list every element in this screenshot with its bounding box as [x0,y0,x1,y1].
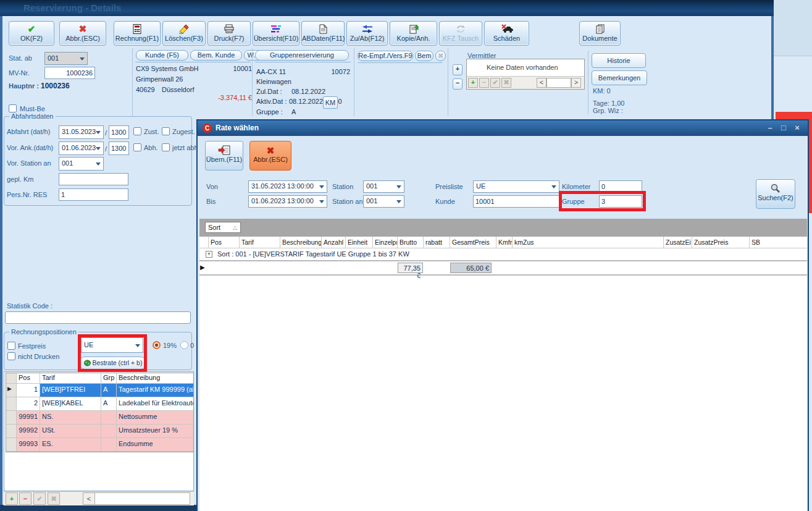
col-header-beschreibung[interactable]: Beschreibung [280,237,322,248]
rate-waehlen-dialog: C Rate wählen – □ × Übern.(F11) ✖ Abbr.(… [196,119,809,511]
dokumente-button[interactable]: Dokumente [579,21,621,46]
stat-ab-combo[interactable]: 001 [44,52,88,65]
vermittler-next-button[interactable]: > [571,78,581,88]
col-header-rabatt[interactable]: rabatt [424,237,450,248]
col-header-gesamtpreis[interactable]: GesamtPreis [450,237,496,248]
uebersicht-button[interactable]: Übersicht(F10) [253,21,299,46]
table-row[interactable]: ▶ 1 [WEB]PTFREI A Tagestarif KM 999999 (… [6,384,193,397]
col-header-kmfrei[interactable]: Kmfrei [496,237,513,248]
mwst-19-radio[interactable] [153,341,161,349]
col-header-grp[interactable]: Grp [101,373,117,383]
bis-date-combo[interactable]: 01.06.2023 13:00:00 [248,195,327,208]
vor-station-an-combo[interactable]: 001 [59,157,104,171]
rechnung-button[interactable]: Rechnung(F1) [114,21,161,46]
zuab-button[interactable]: Zu/Ab(F12) [346,21,388,46]
von-date-combo[interactable]: 31.05.2023 13:00:00 [248,180,327,193]
vor-station-an-label: Vor. Station an [7,159,51,167]
col-header-brutto[interactable]: Brutto [398,237,424,248]
col-header-einheit[interactable]: Einheit [346,237,373,248]
close-button[interactable]: × [792,122,803,133]
main-window-title: Reservierung - Details [23,2,121,13]
vermittler-prev-button[interactable]: < [537,78,546,88]
kunde-button[interactable]: Kunde (F5) [136,50,188,61]
minimize-button[interactable]: – [764,122,776,133]
chevron-down-icon [396,200,401,203]
bemerkungen-button[interactable]: Bemerkungen [592,70,647,85]
kopie-button[interactable]: Kopie/Anh. [390,21,437,46]
vermittler-nav-cancel-button: ✖ [501,78,511,88]
col-header-pos[interactable]: Pos [17,373,40,383]
km-button[interactable]: KM [323,96,338,109]
preisliste-combo[interactable]: UE [473,180,559,193]
loeschen-button[interactable]: Löschen(F3) [162,21,206,46]
abbrechen-button[interactable]: ✖ Abbr.(ESC) [59,21,106,46]
col-header-pos[interactable]: Pos [209,237,240,248]
uebernehmen-button[interactable]: Übern.(F11) [205,141,243,171]
bem-kunde-button[interactable]: Bem. Kunde [190,50,242,61]
invoice-add-button[interactable]: + [6,492,18,505]
mwst-0-radio[interactable] [180,341,188,349]
station-an-combo[interactable]: 001 [363,195,404,208]
expand-icon[interactable]: + [206,251,212,258]
zust-checkbox[interactable] [133,127,141,135]
vermittler-add-button[interactable]: + [453,64,463,75]
col-header-anzahl[interactable]: Anzahl [322,237,346,248]
col-header-beschreibung[interactable]: Beschreibung [117,373,193,383]
gepl-km-input[interactable] [59,173,128,185]
vermittler-remove-button[interactable]: − [453,78,463,90]
reempf-button[interactable]: Re-Empf./Vers.F9 [358,51,413,61]
vor-ank-time-input[interactable] [109,141,129,155]
rate-data-row[interactable]: ▶ 77,35 € 65,00 € [199,261,807,274]
col-header-tarif[interactable]: Tarif [240,237,280,248]
vor-ank-date-combo[interactable]: 01.06.2023 [59,141,104,155]
col-header-einzelpreis[interactable]: Einzelpreis [373,237,398,248]
main-window-titlebar[interactable]: Reservierung - Details [0,0,774,16]
abdaten-button[interactable]: ABDaten(F11) [301,21,345,46]
kunde-input[interactable] [473,195,559,208]
sort-group-chip[interactable]: Sort △ [205,222,241,233]
suchen-button[interactable]: Suchen(F2) [756,179,795,209]
druck-button[interactable]: Druck(F7) [207,21,251,46]
invoice-delete-button[interactable]: − [19,492,31,505]
station-combo[interactable]: 001 [363,180,404,193]
table-row[interactable]: 2 [WEB]KABEL A Ladekabel für Elektroauto [6,397,193,411]
statistik-code-input[interactable] [5,311,191,324]
pers-nr-res-label: Pers.Nr. RES [7,191,47,198]
historie-button[interactable]: Historie [592,53,646,68]
invoice-scrollbar[interactable] [83,492,190,505]
col-header-tarif[interactable]: Tarif [40,373,101,383]
col-header-sb[interactable]: SB [750,237,807,248]
abfahrt-date-combo[interactable]: 31.05.2023 [59,125,104,139]
table-row[interactable]: 99993 ES. Endsumme [6,438,193,452]
festpreis-checkbox[interactable] [7,342,15,350]
pers-nr-res-input[interactable] [59,188,128,201]
abfahrt-time-input[interactable] [109,125,129,139]
jetzt-abh-checkbox[interactable] [162,143,170,151]
table-row[interactable]: 99991 NS. Nettosumme [6,411,193,424]
abh-checkbox[interactable] [133,143,141,151]
must-be-checkbox[interactable] [9,104,17,112]
nicht-drucken-checkbox[interactable] [7,352,15,360]
dialog-abbrechen-button[interactable]: ✖ Abbr.(ESC) [249,141,291,171]
zugest-checkbox[interactable] [162,127,170,135]
col-header-zusatzpreis[interactable]: ZusatzPreis [692,237,750,248]
group-row[interactable]: + Sort : 001 - [UE]VERSTARIF Tagestarif … [199,248,807,260]
schaeden-button[interactable]: Schäden [484,21,529,46]
invoice-scroll-prev-button[interactable]: < [83,492,95,505]
bem-button[interactable]: Bem [415,51,433,61]
gruppenreservierung-button[interactable]: Gruppenreservierung [255,50,349,61]
col-header-zusatzei[interactable]: ZusatzEi [664,237,692,248]
station-an-label: Station an [332,198,363,205]
vermittler-nav-insert-button[interactable]: + [468,78,478,88]
col-header-kmzus[interactable]: kmZus [513,237,664,248]
vermittler-scroll-box[interactable] [546,78,571,88]
table-row[interactable]: 99992 USt. Umsatzsteuer 19 % [6,424,193,438]
reempf-separator-line [358,62,442,63]
mv-nr-input[interactable] [44,67,95,79]
maximize-button[interactable]: □ [778,122,789,133]
gesamtpreis-cell[interactable]: 65,00 € [450,263,492,273]
ok-button[interactable]: ✔ OK(F2) [9,21,54,46]
check-icon: ✔ [9,23,54,34]
brutto-cell[interactable]: 77,35 € [398,263,423,273]
dialog-titlebar[interactable]: C Rate wählen – □ × [198,120,808,136]
